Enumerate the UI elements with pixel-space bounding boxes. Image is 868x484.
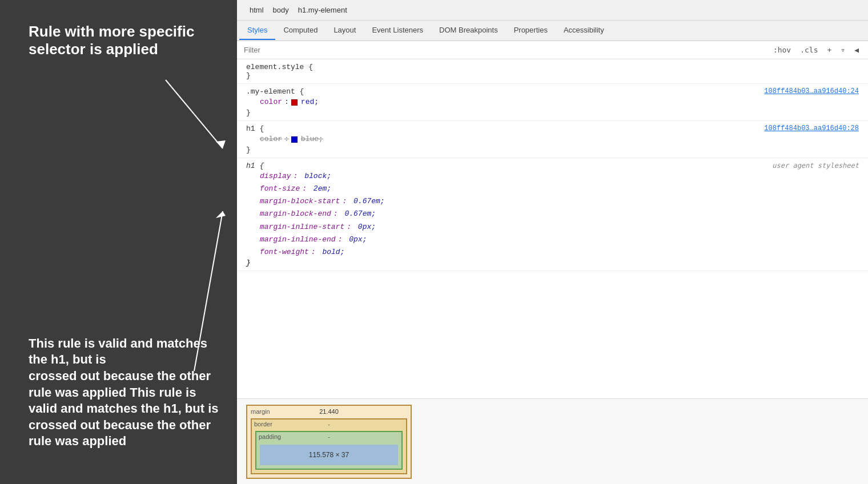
element-style-selector[interactable]: element.style { bbox=[246, 63, 313, 71]
annotation-top-text: Rule with more specificselector is appli… bbox=[29, 23, 194, 58]
sidebar-toggle-button[interactable]: ◀ bbox=[852, 45, 861, 55]
h1-overridden-block: h1 { 108ff484b03…aa916d40:28 color : blu… bbox=[237, 121, 868, 158]
padding-value: - bbox=[328, 433, 330, 440]
svg-marker-1 bbox=[216, 140, 226, 148]
h1-ua-fw-value[interactable]: bold; bbox=[318, 246, 345, 259]
tabs-bar: Styles Computed Layout Event Listeners D… bbox=[237, 21, 868, 41]
my-element-color-prop: color : red; bbox=[246, 96, 859, 108]
h1-ua-display: display: block; bbox=[246, 170, 859, 183]
h1-overridden-selector[interactable]: h1 { bbox=[246, 124, 264, 133]
h1-ua-mie-name[interactable]: margin-inline-end bbox=[260, 233, 336, 246]
h1-overridden-close: } bbox=[246, 146, 859, 154]
content-size: 115.578 × 37 bbox=[309, 451, 349, 459]
breadcrumb-html[interactable]: html bbox=[246, 5, 267, 15]
tab-styles[interactable]: Styles bbox=[239, 21, 275, 40]
border-layer: border - padding - 115.578 × 37 bbox=[251, 418, 407, 474]
new-rule-button[interactable]: + bbox=[825, 45, 834, 55]
h1-ua-mie-value[interactable]: 0px; bbox=[344, 233, 367, 246]
h1-overridden-prop-name[interactable]: color bbox=[260, 133, 282, 146]
h1-ua-mbs-name[interactable]: margin-block-start bbox=[260, 195, 340, 208]
margin-label: margin bbox=[251, 408, 270, 415]
h1-ua-mbe-value[interactable]: 0.67em; bbox=[340, 208, 376, 220]
h1-ua-fontsize-value[interactable]: 2em; bbox=[309, 183, 331, 195]
hov-button[interactable]: :hov bbox=[771, 45, 793, 55]
filter-actions: :hov .cls + ▿ ◀ bbox=[771, 45, 861, 55]
bottom-area: margin 21.440 border - padding - 115.578… bbox=[237, 398, 868, 484]
my-element-prop-name[interactable]: color bbox=[260, 96, 282, 108]
h1-useragent-header: h1 { user agent stylesheet bbox=[246, 162, 859, 170]
h1-ua-mbs: margin-block-start: 0.67em; bbox=[246, 195, 859, 208]
h1-ua-mis-value[interactable]: 0px; bbox=[353, 221, 376, 233]
my-element-header: .my-element { 108ff484b03…aa916d40:24 bbox=[246, 87, 859, 96]
h1-ua-display-name[interactable]: display bbox=[260, 170, 291, 183]
annotation-top: Rule with more specificselector is appli… bbox=[29, 23, 194, 58]
tab-properties[interactable]: Properties bbox=[506, 21, 556, 40]
my-element-prop-value[interactable]: red; bbox=[301, 96, 319, 108]
breadcrumb: html body h1.my-element bbox=[237, 0, 868, 21]
element-style-close: } bbox=[246, 71, 251, 80]
h1-useragent-selector[interactable]: h1 { bbox=[246, 162, 264, 170]
my-element-source[interactable]: 108ff484b03…aa916d40:24 bbox=[764, 87, 859, 95]
filter-input[interactable] bbox=[244, 46, 358, 54]
h1-ua-display-value[interactable]: block; bbox=[300, 170, 331, 183]
padding-label: padding bbox=[259, 433, 281, 440]
my-element-close: } bbox=[246, 108, 859, 117]
tab-computed[interactable]: Computed bbox=[275, 21, 326, 40]
element-style-block: element.style { } bbox=[237, 59, 868, 84]
h1-useragent-source: user agent stylesheet bbox=[772, 162, 859, 170]
breadcrumb-body[interactable]: body bbox=[270, 5, 292, 15]
h1-ua-mbe: margin-block-end: 0.67em; bbox=[246, 208, 859, 220]
breadcrumb-h1[interactable]: h1.my-element bbox=[295, 5, 351, 15]
content-box: 115.578 × 37 bbox=[260, 445, 398, 465]
svg-line-0 bbox=[166, 80, 223, 148]
devtools-panel: html body h1.my-element Styles Computed … bbox=[237, 0, 868, 484]
h1-ua-mbs-value[interactable]: 0.67em; bbox=[349, 195, 384, 208]
padding-layer: padding - 115.578 × 37 bbox=[255, 431, 403, 470]
tab-accessibility[interactable]: Accessibility bbox=[556, 21, 612, 40]
box-model: margin 21.440 border - padding - 115.578… bbox=[246, 405, 412, 479]
filter-bar: :hov .cls + ▿ ◀ bbox=[237, 41, 868, 59]
h1-ua-mbe-name[interactable]: margin-block-end bbox=[260, 208, 331, 220]
my-element-selector[interactable]: .my-element { bbox=[246, 87, 304, 96]
margin-value: 21.440 bbox=[319, 408, 339, 415]
h1-overridden-color-swatch[interactable] bbox=[291, 136, 298, 143]
h1-useragent-block: h1 { user agent stylesheet display: bloc… bbox=[237, 158, 868, 271]
my-element-color-swatch[interactable] bbox=[291, 99, 298, 106]
h1-ua-fontsize-name[interactable]: font-size bbox=[260, 183, 300, 195]
code-area: element.style { } .my-element { 108ff484… bbox=[237, 59, 868, 398]
annotation-panel: Rule with more specificselector is appli… bbox=[0, 0, 237, 484]
annotation-bottom-text: This rule is valid and matches the h1, b… bbox=[29, 336, 211, 400]
h1-ua-mis: margin-inline-start: 0px; bbox=[246, 221, 859, 233]
h1-overridden-prop-value[interactable]: blue; bbox=[301, 133, 323, 146]
h1-ua-fontsize: font-size: 2em; bbox=[246, 183, 859, 195]
cls-button[interactable]: .cls bbox=[798, 45, 820, 55]
svg-marker-3 bbox=[216, 211, 226, 218]
toggle-button[interactable]: ▿ bbox=[838, 45, 847, 55]
my-element-colon: : bbox=[284, 96, 289, 108]
h1-overridden-colon: : bbox=[284, 133, 289, 146]
h1-ua-fw-name[interactable]: font-weight bbox=[260, 246, 309, 259]
h1-ua-mis-name[interactable]: margin-inline-start bbox=[260, 221, 344, 233]
h1-ua-mie: margin-inline-end: 0px; bbox=[246, 233, 859, 246]
my-element-block: .my-element { 108ff484b03…aa916d40:24 co… bbox=[237, 84, 868, 121]
tab-layout[interactable]: Layout bbox=[326, 21, 364, 40]
h1-overridden-source[interactable]: 108ff484b03…aa916d40:28 bbox=[764, 124, 859, 132]
border-label: border bbox=[254, 421, 272, 427]
h1-overridden-color-prop: color : blue; bbox=[246, 133, 859, 146]
annotation-bottom: This rule is valid and matches the h1, b… bbox=[29, 336, 223, 450]
h1-overridden-header: h1 { 108ff484b03…aa916d40:28 bbox=[246, 124, 859, 133]
tab-event-listeners[interactable]: Event Listeners bbox=[364, 21, 431, 40]
h1-ua-fw: font-weight: bold; bbox=[246, 246, 859, 259]
border-value: - bbox=[328, 421, 330, 427]
tab-dom-breakpoints[interactable]: DOM Breakpoints bbox=[431, 21, 506, 40]
h1-useragent-close: } bbox=[246, 259, 859, 267]
